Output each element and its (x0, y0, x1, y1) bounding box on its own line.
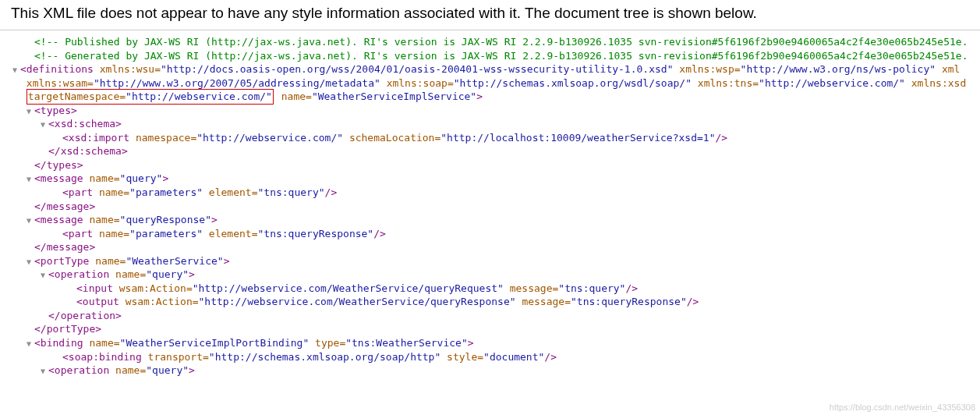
comment-generated: <!-- Generated by JAX-WS RI (http://jax-… (9, 49, 980, 63)
message-queryresponse-open: ▼<message name="queryResponse"> (9, 213, 980, 227)
comment-published: <!-- Published by JAX-WS RI (http://jax-… (9, 35, 980, 49)
xml-tree: <!-- Published by JAX-WS RI (http://jax-… (0, 30, 980, 378)
operation-close: </operation> (9, 309, 980, 323)
message-query-part: <part name="parameters" element="tns:que… (9, 186, 980, 200)
definitions-open-row3: targetNamespace="http://webservice.com/"… (9, 90, 980, 104)
message-query-close: </message> (9, 200, 980, 214)
message-queryresponse-part: <part name="parameters" element="tns:que… (9, 227, 980, 241)
message-queryresponse-close: </message> (9, 240, 980, 254)
chevron-down-icon[interactable]: ▼ (23, 215, 34, 226)
types-close: </types> (9, 158, 980, 172)
operation-input: <input wsam:Action="http://webservice.co… (9, 282, 980, 296)
porttype-open: ▼<portType name="WeatherService"> (9, 254, 980, 268)
xsd-schema-close: </xsd:schema> (9, 144, 980, 158)
definitions-open-row1: ▼<definitions xmlns:wsu="http://docs.oas… (9, 62, 980, 76)
operation-output: <output wsam:Action="http://webservice.c… (9, 295, 980, 309)
soap-binding: <soap:binding transport="http://schemas.… (9, 350, 980, 364)
highlight-target-namespace: targetNamespace="http://webservice.com/" (27, 89, 274, 105)
chevron-down-icon[interactable]: ▼ (23, 174, 34, 185)
operation-open: ▼<operation name="query"> (9, 268, 980, 282)
definitions-open-row2: xmlns:wsam="http://www.w3.org/2007/05/ad… (9, 76, 980, 90)
chevron-down-icon[interactable]: ▼ (37, 366, 48, 377)
xsd-schema-open: ▼<xsd:schema> (9, 117, 980, 131)
porttype-close: </portType> (9, 322, 980, 336)
chevron-down-icon[interactable]: ▼ (37, 119, 48, 130)
message-query-open: ▼<message name="query"> (9, 172, 980, 186)
chevron-down-icon[interactable]: ▼ (23, 106, 34, 117)
types-open: ▼<types> (9, 104, 980, 118)
no-style-banner: This XML file does not appear to have an… (0, 0, 980, 30)
xsd-import: <xsd:import namespace="http://webservice… (9, 131, 980, 145)
binding-operation-open: ▼<operation name="query"> (9, 364, 980, 378)
chevron-down-icon[interactable]: ▼ (23, 339, 34, 349)
chevron-down-icon[interactable]: ▼ (9, 65, 20, 76)
chevron-down-icon[interactable]: ▼ (37, 270, 48, 281)
binding-open: ▼<binding name="WeatherServiceImplPortBi… (9, 336, 980, 350)
chevron-down-icon[interactable]: ▼ (23, 257, 34, 268)
